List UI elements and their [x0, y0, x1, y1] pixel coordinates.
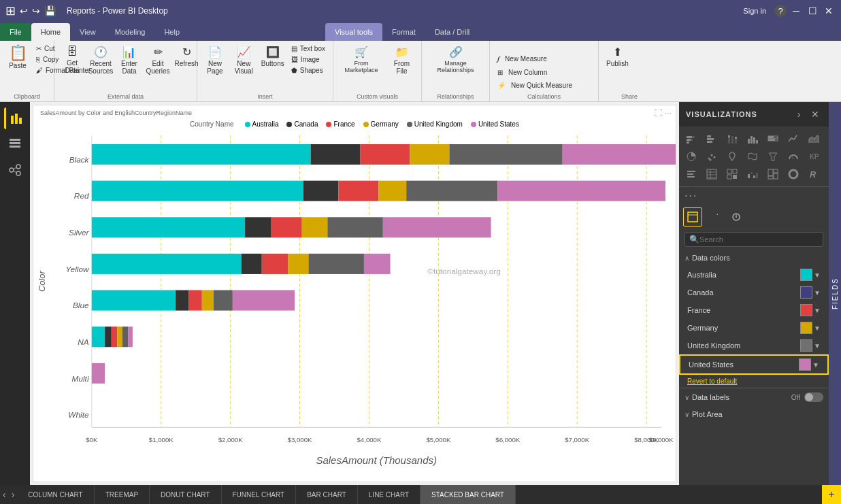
viz-scatter[interactable]	[704, 148, 720, 165]
from-file-button[interactable]: 📁 From File	[386, 44, 417, 77]
viz-table[interactable]	[704, 166, 720, 182]
viz-stacked-bar[interactable]	[683, 131, 699, 147]
viz-clustered-col[interactable]	[744, 131, 761, 147]
tab-visual-tools[interactable]: Visual tools	[325, 23, 382, 41]
tab-bar-chart[interactable]: BAR CHART	[296, 485, 358, 504]
viz-funnel[interactable]	[765, 148, 781, 165]
get-data-button[interactable]: 🗄 Get Data	[59, 44, 86, 76]
relationships-label: Relationships	[422, 93, 489, 100]
recent-sources-button[interactable]: 🕐 Recent Sources	[87, 44, 114, 77]
quick-access-save[interactable]: 💾	[44, 5, 56, 16]
close-button[interactable]: ✕	[822, 4, 836, 18]
refresh-button[interactable]: ↻ Refresh	[173, 44, 200, 69]
viz-map[interactable]	[724, 148, 740, 165]
help-icon[interactable]: ?	[774, 5, 787, 17]
new-measure-button[interactable]: 𝒇New Measure	[494, 53, 550, 65]
chart-more-icon[interactable]: ···	[665, 108, 672, 118]
bottom-nav-left[interactable]: ‹	[0, 485, 9, 504]
text-box-button[interactable]: ▤ Text box	[288, 44, 329, 54]
color-picker-australia[interactable]: ▼	[800, 269, 821, 281]
sign-in-link[interactable]: Sign in	[743, 7, 766, 15]
new-visual-button[interactable]: 📈 New Visual	[230, 44, 258, 77]
viz-treemap[interactable]	[765, 166, 781, 182]
tab-format[interactable]: Format	[382, 23, 425, 41]
new-page-button[interactable]: 📄 New Page	[201, 44, 229, 77]
shapes-button[interactable]: ⬟ Shapes	[288, 65, 329, 75]
sidebar-data-view[interactable]	[4, 133, 26, 155]
tab-column-chart[interactable]: COLUMN CHART	[17, 485, 94, 504]
tab-view[interactable]: View	[70, 23, 105, 41]
color-swatch-france	[800, 304, 812, 316]
new-column-button[interactable]: ⊞New Column	[494, 67, 550, 78]
color-dropdown-germany[interactable]: ▼	[814, 324, 821, 332]
maximize-button[interactable]: ☐	[806, 4, 819, 18]
viz-stacked-col[interactable]	[724, 131, 740, 147]
tab-modeling[interactable]: Modeling	[105, 23, 155, 41]
viz-line[interactable]	[785, 131, 802, 147]
tab-file[interactable]: File	[0, 23, 31, 41]
tab-stacked-bar-chart[interactable]: STACKED BAR CHART	[420, 485, 516, 504]
fields-tab-format[interactable]	[705, 207, 724, 226]
viz-r-visual[interactable]: R	[806, 166, 822, 182]
color-dropdown-australia[interactable]: ▼	[814, 271, 821, 279]
viz-slicer[interactable]	[683, 166, 699, 182]
search-input[interactable]	[699, 235, 819, 243]
tab-donut-chart[interactable]: DONUT CHART	[150, 485, 221, 504]
viz-waterfall[interactable]	[744, 166, 761, 182]
color-dropdown-uk[interactable]: ▼	[814, 342, 821, 350]
panel-header-icons: › ✕	[792, 107, 822, 121]
new-quick-measure-button[interactable]: ⚡New Quick Measure	[494, 80, 576, 91]
panel-expand-icon[interactable]: ›	[792, 107, 806, 121]
manage-relationships-button[interactable]: 🔗 Manage Relationships	[426, 44, 485, 75]
tab-home[interactable]: Home	[31, 23, 70, 41]
tab-treemap[interactable]: TREEMAP	[95, 485, 150, 504]
viz-donut[interactable]	[785, 166, 802, 182]
viz-area[interactable]	[806, 131, 822, 147]
data-labels-toggle[interactable]	[804, 392, 823, 402]
revert-to-default-link[interactable]: Revert to default	[679, 375, 829, 388]
tab-line-chart[interactable]: LINE CHART	[358, 485, 420, 504]
quick-access-undo[interactable]: ↩	[20, 5, 28, 16]
svg-rect-79	[687, 136, 692, 138]
enter-data-button[interactable]: 📊 Enter Data	[116, 44, 143, 77]
buttons-button[interactable]: 🔲 Buttons	[259, 44, 286, 69]
add-page-button[interactable]: +	[822, 485, 841, 504]
plot-area-section[interactable]: ∨ Plot Area	[679, 406, 829, 422]
fields-tab-analytics[interactable]	[727, 207, 746, 226]
color-picker-france[interactable]: ▼	[800, 304, 821, 316]
chart-expand-icon[interactable]: ⛶	[654, 108, 662, 118]
tab-data-drill[interactable]: Data / Drill	[425, 23, 479, 41]
svg-rect-47	[383, 217, 491, 237]
bottom-nav-right[interactable]: ›	[9, 485, 18, 504]
color-dropdown-france[interactable]: ▼	[814, 307, 821, 314]
viz-100-stacked-bar[interactable]	[765, 131, 781, 147]
viz-kpi[interactable]: KPI	[806, 148, 822, 165]
color-picker-us[interactable]: ▼	[799, 358, 819, 371]
color-picker-uk[interactable]: ▼	[800, 339, 821, 352]
from-marketplace-button[interactable]: 🛒 From Marketplace	[337, 44, 385, 75]
quick-access-redo[interactable]: ↪	[32, 5, 40, 16]
fields-side-panel[interactable]: FIELDS	[829, 102, 841, 485]
sidebar-model-view[interactable]	[4, 159, 26, 181]
data-colors-section-header[interactable]: ∧ Data colors	[679, 250, 829, 266]
minimize-button[interactable]: ─	[789, 4, 803, 18]
publish-button[interactable]: ⬆ Publish	[603, 44, 632, 69]
more-visuals[interactable]: ···	[679, 187, 829, 205]
sidebar-report-view[interactable]	[4, 107, 26, 129]
viz-pie[interactable]	[683, 148, 699, 165]
viz-clustered-bar[interactable]	[704, 131, 720, 147]
color-picker-canada[interactable]: ▼	[800, 286, 821, 299]
viz-gauge[interactable]	[785, 148, 802, 165]
image-button[interactable]: 🖼 Image	[288, 54, 329, 65]
tab-help[interactable]: Help	[154, 23, 189, 41]
viz-filled-map[interactable]	[744, 148, 761, 165]
viz-matrix[interactable]	[724, 166, 740, 182]
color-dropdown-canada[interactable]: ▼	[814, 289, 821, 297]
color-dropdown-us[interactable]: ▼	[812, 361, 819, 369]
tab-funnel-chart[interactable]: FUNNEL CHART	[222, 485, 297, 504]
fields-tab-fields[interactable]	[683, 207, 702, 226]
edit-queries-button[interactable]: ✏ Edit Queries	[144, 44, 171, 77]
paste-button[interactable]: 📋 Paste	[4, 44, 31, 71]
color-picker-germany[interactable]: ▼	[800, 322, 821, 334]
panel-close-icon[interactable]: ✕	[808, 107, 822, 121]
